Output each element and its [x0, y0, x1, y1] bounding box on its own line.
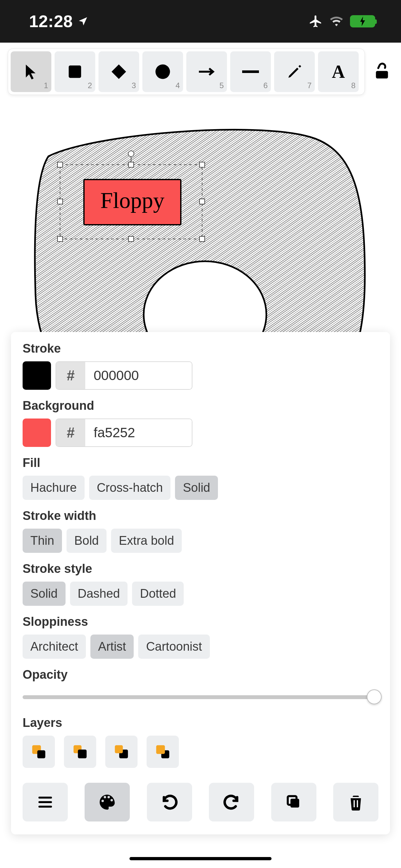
toolbar: 1 2 3 4 5 6 7 A 8	[8, 49, 365, 95]
toolbar-container: 1 2 3 4 5 6 7 A 8	[0, 42, 401, 95]
layer-buttons	[23, 736, 378, 768]
svg-rect-26	[78, 749, 87, 758]
tool-number: 2	[88, 81, 92, 90]
bring-to-front-button[interactable]	[147, 736, 179, 768]
delete-button[interactable]	[333, 783, 378, 822]
slider-track	[23, 695, 378, 699]
opacity-slider[interactable]	[23, 687, 378, 707]
fill-solid[interactable]: Solid	[175, 476, 218, 500]
svg-point-14	[128, 151, 134, 157]
background-hex-wrap: #	[56, 418, 192, 447]
svg-rect-17	[199, 162, 205, 167]
tool-draw[interactable]: 7	[274, 51, 315, 92]
stroke-hex-input[interactable]	[85, 362, 192, 389]
background-label: Background	[23, 399, 378, 413]
menu-button[interactable]	[23, 783, 68, 822]
tool-selection[interactable]: 1	[11, 51, 51, 92]
layers-label: Layers	[23, 716, 378, 730]
lock-button[interactable]	[371, 63, 393, 81]
svg-rect-15	[58, 162, 63, 167]
sloppiness-cartoonist[interactable]: Cartoonist	[138, 634, 210, 659]
stroke-style-options: Solid Dashed Dotted	[23, 582, 378, 606]
background-hex-input[interactable]	[85, 419, 192, 446]
fill-options: Hachure Cross-hatch Solid	[23, 476, 378, 500]
properties-panel: Stroke # Background # Fill Hachure Cross…	[11, 332, 390, 834]
stroke-width-thin[interactable]: Thin	[23, 529, 62, 553]
airplane-icon	[309, 14, 323, 28]
send-to-back-button[interactable]	[23, 736, 55, 768]
text-icon: A	[332, 61, 345, 82]
location-icon	[78, 16, 89, 27]
stroke-style-solid[interactable]: Solid	[23, 582, 66, 606]
bottom-actions	[23, 783, 378, 822]
stroke-width-label: Stroke width	[23, 509, 378, 523]
svg-rect-4	[376, 71, 388, 79]
palette-button[interactable]	[85, 783, 130, 822]
svg-rect-18	[58, 199, 63, 204]
canvas-element-text: Floppy	[100, 188, 164, 213]
stroke-swatch[interactable]	[23, 361, 51, 390]
tool-number: 7	[307, 81, 312, 90]
status-time: 12:28	[29, 11, 73, 31]
stroke-width-extra-bold[interactable]: Extra bold	[111, 529, 182, 553]
svg-rect-37	[357, 800, 358, 807]
svg-rect-22	[199, 237, 205, 242]
sloppiness-architect[interactable]: Architect	[23, 634, 86, 659]
svg-rect-28	[115, 745, 123, 753]
svg-rect-0	[69, 66, 81, 78]
tool-diamond[interactable]: 3	[98, 51, 139, 92]
stroke-hex-wrap: #	[56, 361, 192, 390]
bring-forward-button[interactable]	[105, 736, 137, 768]
tool-number: 4	[176, 81, 180, 90]
stroke-color-row: #	[23, 361, 378, 390]
status-right	[309, 14, 375, 28]
home-indicator[interactable]	[129, 857, 272, 860]
svg-rect-30	[156, 745, 165, 754]
stroke-width-options: Thin Bold Extra bold	[23, 529, 378, 553]
fill-label: Fill	[23, 456, 378, 470]
svg-rect-19	[199, 199, 205, 204]
stroke-style-label: Stroke style	[23, 562, 378, 576]
wifi-icon	[329, 16, 343, 27]
duplicate-button[interactable]	[271, 783, 316, 822]
undo-button[interactable]	[147, 783, 192, 822]
tool-text[interactable]: A 8	[318, 51, 359, 92]
stroke-label: Stroke	[23, 342, 378, 355]
battery-charging-icon	[350, 15, 375, 27]
redo-button[interactable]	[209, 783, 254, 822]
sloppiness-label: Sloppiness	[23, 615, 378, 629]
stroke-width-bold[interactable]: Bold	[66, 529, 106, 553]
background-color-row: #	[23, 418, 378, 447]
svg-rect-24	[37, 750, 45, 758]
status-bar: 12:28	[0, 0, 401, 42]
slider-thumb[interactable]	[367, 689, 382, 704]
tool-arrow[interactable]: 5	[186, 51, 227, 92]
sloppiness-options: Architect Artist Cartoonist	[23, 634, 378, 659]
tool-number: 3	[132, 81, 136, 90]
opacity-label: Opacity	[23, 668, 378, 682]
svg-rect-36	[353, 800, 355, 807]
svg-point-1	[156, 65, 170, 79]
fill-hachure[interactable]: Hachure	[23, 476, 85, 500]
sloppiness-artist[interactable]: Artist	[90, 634, 134, 659]
tool-number: 8	[351, 81, 356, 90]
fill-cross-hatch[interactable]: Cross-hatch	[89, 476, 171, 500]
tool-rectangle[interactable]: 2	[55, 51, 95, 92]
send-backward-button[interactable]	[64, 736, 96, 768]
svg-rect-20	[58, 237, 63, 242]
tool-number: 5	[220, 81, 224, 90]
tool-ellipse[interactable]: 4	[143, 51, 183, 92]
tool-line[interactable]: 6	[230, 51, 271, 92]
hash-icon: #	[56, 362, 85, 389]
tool-number: 1	[44, 81, 48, 90]
svg-rect-34	[290, 799, 299, 808]
status-left: 12:28	[29, 11, 89, 31]
svg-rect-16	[128, 162, 134, 167]
background-swatch[interactable]	[23, 418, 51, 447]
hash-icon: #	[56, 419, 85, 446]
stroke-style-dashed[interactable]: Dashed	[70, 582, 128, 606]
tool-number: 6	[264, 81, 268, 90]
stroke-style-dotted[interactable]: Dotted	[132, 582, 184, 606]
svg-rect-21	[128, 237, 134, 242]
